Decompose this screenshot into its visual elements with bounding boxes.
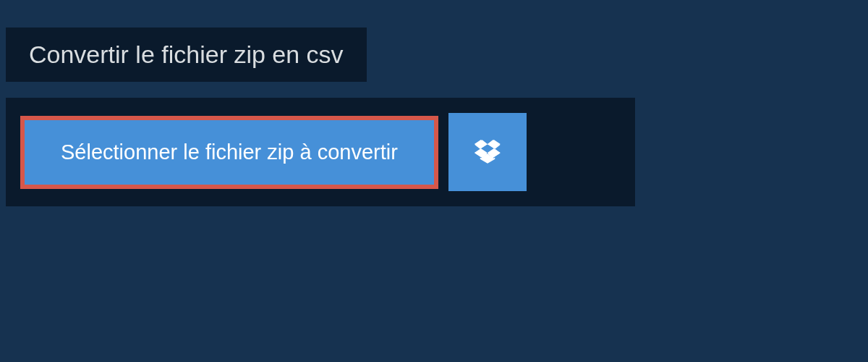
select-file-button[interactable]: Sélectionner le fichier zip à convertir xyxy=(25,120,434,185)
select-button-highlight: Sélectionner le fichier zip à convertir xyxy=(20,116,438,189)
page-title: Convertir le fichier zip en csv xyxy=(6,28,367,82)
upload-panel: Sélectionner le fichier zip à convertir xyxy=(6,98,635,206)
dropbox-button[interactable] xyxy=(448,113,527,191)
main-container: Convertir le fichier zip en csv Sélectio… xyxy=(0,0,868,362)
dropbox-icon xyxy=(473,138,502,167)
